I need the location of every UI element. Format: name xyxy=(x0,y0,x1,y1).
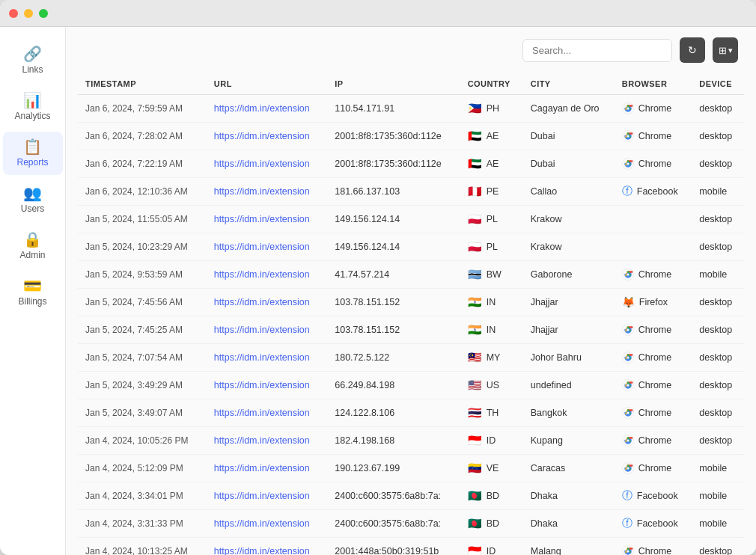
sidebar-item-analytics[interactable]: 📊 Analytics xyxy=(3,85,63,129)
cell-url-link[interactable]: https://idm.in/extension xyxy=(214,518,310,529)
cell-device: desktop xyxy=(692,399,744,427)
country-code: BD xyxy=(487,491,499,501)
cell-url-link[interactable]: https://idm.in/extension xyxy=(214,325,310,335)
links-icon: 🔗 xyxy=(23,46,42,61)
cell-browser: Chrome xyxy=(615,372,692,399)
cell-country: 🇲🇾MY xyxy=(460,344,523,372)
refresh-button[interactable]: ↻ xyxy=(680,37,705,63)
cell-device: desktop xyxy=(692,150,744,178)
cell-ip: 149.156.124.14 xyxy=(327,206,460,233)
cell-url-link[interactable]: https://idm.in/extension xyxy=(214,103,310,114)
cell-url-link[interactable]: https://idm.in/extension xyxy=(214,408,310,418)
browser-name: Chrome xyxy=(638,408,671,418)
cell-ip: 103.78.151.152 xyxy=(327,289,460,316)
table-row: Jan 5, 2024, 10:23:29 AMhttps://idm.in/e… xyxy=(78,233,744,261)
firefox-icon: 🦊 xyxy=(622,296,635,308)
cell-url-link[interactable]: https://idm.in/extension xyxy=(214,242,310,252)
cell-url-link[interactable]: https://idm.in/extension xyxy=(214,186,310,197)
sidebar-item-billings[interactable]: 💳 Billings xyxy=(3,271,63,314)
cell-ip: 124.122.8.106 xyxy=(327,399,460,427)
country-code: BW xyxy=(487,269,502,280)
country-code: AE xyxy=(487,131,499,141)
cell-city: Dubai xyxy=(523,150,615,178)
cell-country: 🇵🇱PL xyxy=(460,233,523,261)
cell-url: https://idm.in/extension xyxy=(207,289,327,316)
country-code: IN xyxy=(487,297,496,307)
cell-city: Kupang xyxy=(523,427,615,455)
cell-url-link[interactable]: https://idm.in/extension xyxy=(214,131,310,141)
cell-url-link[interactable]: https://idm.in/extension xyxy=(214,352,310,363)
close-button[interactable] xyxy=(9,9,18,18)
sidebar-item-admin[interactable]: 🔒 Admin xyxy=(3,224,63,268)
cell-country: 🇵🇪PE xyxy=(460,178,523,206)
table-row: Jan 6, 2024, 7:59:59 AMhttps://idm.in/ex… xyxy=(78,95,744,123)
cell-url: https://idm.in/extension xyxy=(207,178,327,206)
cell-device: mobile xyxy=(692,455,744,482)
chrome-icon xyxy=(622,324,634,336)
cell-city: Callao xyxy=(523,178,615,206)
billings-icon: 💳 xyxy=(23,278,42,293)
country-code: PL xyxy=(487,214,498,224)
country-flag: 🇵🇪 xyxy=(468,185,482,198)
cell-url-link[interactable]: https://idm.in/extension xyxy=(214,546,310,555)
browser-name: Facebook xyxy=(637,518,678,529)
cell-url-link[interactable]: https://idm.in/extension xyxy=(214,435,310,446)
country-flag: 🇮🇳 xyxy=(468,323,482,337)
cell-ip: 190.123.67.199 xyxy=(327,455,460,482)
cell-device: desktop xyxy=(692,206,744,233)
cell-device: desktop xyxy=(692,95,744,123)
col-header-ip: IP xyxy=(327,73,460,95)
users-icon: 👥 xyxy=(23,185,42,200)
cell-device: mobile xyxy=(692,261,744,289)
cell-url-link[interactable]: https://idm.in/extension xyxy=(214,491,310,501)
minimize-button[interactable] xyxy=(24,9,33,18)
cell-browser: Chrome xyxy=(615,427,692,455)
col-header-url: URL xyxy=(207,73,327,95)
cell-url-link[interactable]: https://idm.in/extension xyxy=(214,269,310,280)
cell-url: https://idm.in/extension xyxy=(207,206,327,233)
browser-name: Chrome xyxy=(638,325,671,335)
sidebar-item-users[interactable]: 👥 Users xyxy=(3,178,63,221)
app-body: 🔗 Links 📊 Analytics 📋 Reports 👥 Users 🔒 … xyxy=(0,27,756,555)
search-input[interactable] xyxy=(522,39,672,62)
cell-country: 🇮🇩ID xyxy=(460,427,523,455)
grid-view-button[interactable]: ⊞ ▾ xyxy=(713,37,738,63)
svg-point-29 xyxy=(627,467,629,470)
country-code: US xyxy=(487,380,499,390)
cell-city: Johor Bahru xyxy=(523,344,615,372)
chrome-icon xyxy=(622,462,634,474)
cell-browser: Chrome xyxy=(615,95,692,123)
cell-device: desktop xyxy=(692,289,744,316)
table-row: Jan 5, 2024, 7:45:25 AMhttps://idm.in/ex… xyxy=(78,316,744,344)
cell-url: https://idm.in/extension xyxy=(207,455,327,482)
table-row: Jan 4, 2024, 10:05:26 PMhttps://idm.in/e… xyxy=(78,427,744,455)
cell-url: https://idm.in/extension xyxy=(207,372,327,399)
svg-point-5 xyxy=(627,135,629,138)
maximize-button[interactable] xyxy=(39,9,48,18)
country-flag: 🇧🇼 xyxy=(468,268,482,281)
svg-point-2 xyxy=(627,108,629,110)
cell-timestamp: Jan 5, 2024, 10:23:29 AM xyxy=(78,233,207,261)
cell-browser: ⓕFacebook xyxy=(615,178,692,206)
country-flag: 🇦🇪 xyxy=(468,157,482,171)
cell-timestamp: Jan 5, 2024, 3:49:29 AM xyxy=(78,372,207,399)
cell-url-link[interactable]: https://idm.in/extension xyxy=(214,159,310,169)
sidebar-item-label: Links xyxy=(22,64,43,75)
cell-timestamp: Jan 6, 2024, 7:59:59 AM xyxy=(78,95,207,123)
cell-url-link[interactable]: https://idm.in/extension xyxy=(214,463,310,473)
cell-url-link[interactable]: https://idm.in/extension xyxy=(214,297,310,307)
cell-ip: 180.72.5.122 xyxy=(327,344,460,372)
table-row: Jan 4, 2024, 3:34:01 PMhttps://idm.in/ex… xyxy=(78,482,744,510)
sidebar-item-links[interactable]: 🔗 Links xyxy=(3,39,63,82)
cell-city: Bangkok xyxy=(523,399,615,427)
cell-timestamp: Jan 4, 2024, 10:13:25 AM xyxy=(78,538,207,556)
admin-icon: 🔒 xyxy=(23,232,42,247)
chrome-icon xyxy=(622,379,634,391)
app-window: 🔗 Links 📊 Analytics 📋 Reports 👥 Users 🔒 … xyxy=(0,0,756,555)
main-content: ↻ ⊞ ▾ TIMESTAMPURLIPCOUNTRYCITYBROWSERDE… xyxy=(66,27,756,555)
cell-url-link[interactable]: https://idm.in/extension xyxy=(214,380,310,390)
cell-url-link[interactable]: https://idm.in/extension xyxy=(214,214,310,224)
cell-url: https://idm.in/extension xyxy=(207,316,327,344)
sidebar-item-reports[interactable]: 📋 Reports xyxy=(3,132,63,175)
cell-timestamp: Jan 4, 2024, 3:34:01 PM xyxy=(78,482,207,510)
